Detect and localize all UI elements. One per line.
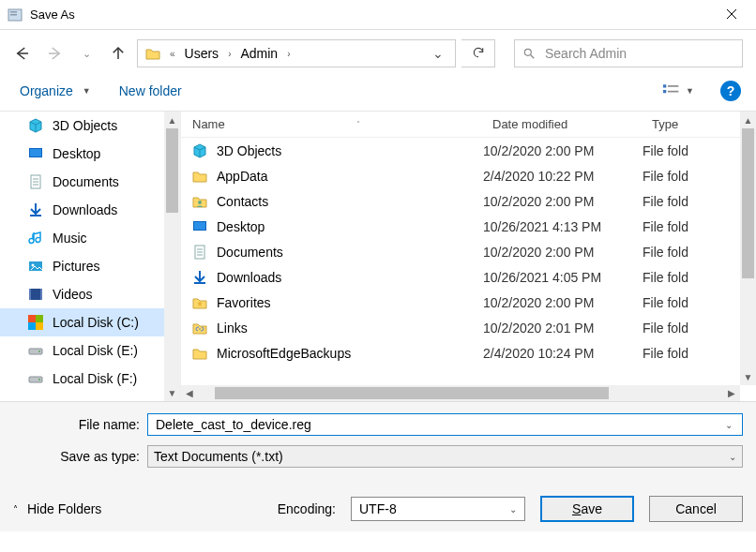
up-button[interactable]	[105, 40, 131, 67]
breadcrumb-segment-admin[interactable]: Admin	[234, 41, 283, 66]
scroll-left-icon[interactable]: ◀	[181, 385, 198, 402]
filelist-scrollbar-horizontal[interactable]: ◀ ▶	[181, 385, 740, 401]
svg-point-31	[38, 379, 40, 380]
window-title: Save As	[30, 7, 715, 22]
file-row[interactable]: AppData2/4/2020 10:22 PMFile fold	[181, 163, 756, 188]
tree-item[interactable]: Videos	[0, 280, 164, 308]
chevron-down-icon: ⌄	[83, 48, 91, 60]
doc-icon	[28, 174, 43, 189]
chevron-right-icon[interactable]: ›	[226, 49, 233, 59]
tree-item[interactable]: Desktop	[0, 140, 164, 168]
chevron-down-icon: ⌄	[509, 504, 517, 515]
save-button[interactable]: Save	[540, 496, 634, 522]
folder-icon	[192, 346, 207, 361]
main-area: 3D ObjectsDesktopDocumentsDownloadsMusic…	[0, 111, 756, 401]
file-type: File fold	[643, 346, 688, 361]
navigation-tree: 3D ObjectsDesktopDocumentsDownloadsMusic…	[0, 112, 180, 401]
file-row[interactable]: 3D Objects10/2/2020 2:00 PMFile fold	[181, 138, 756, 163]
filelist-scrollbar-vertical[interactable]: ▲ ▼	[740, 112, 756, 385]
organize-button[interactable]: Organize ▼	[17, 82, 94, 100]
tree-item[interactable]: Local Disk (C:)	[0, 308, 164, 336]
folder-icon	[145, 46, 160, 61]
svg-rect-1	[10, 11, 17, 13]
video-icon	[28, 287, 43, 302]
new-folder-button[interactable]: New folder	[116, 82, 185, 100]
tree-item-label: Local Disk (E:)	[53, 343, 138, 358]
svg-point-20	[32, 264, 35, 267]
hide-folders-button[interactable]: ˄ Hide Folders	[13, 501, 101, 516]
file-name: MicrosoftEdgeBackups	[217, 346, 351, 361]
cancel-button[interactable]: Cancel	[649, 496, 743, 522]
toolbar: Organize ▼ New folder ▼ ?	[0, 77, 756, 111]
close-button[interactable]	[715, 2, 748, 28]
links-icon	[192, 321, 207, 336]
save-as-type-combobox[interactable]: Text Documents (*.txt) ⌄	[147, 445, 743, 468]
svg-rect-2	[10, 14, 17, 16]
tree-item[interactable]: Local Disk (F:)	[0, 365, 164, 393]
back-button[interactable]	[9, 40, 36, 67]
chevron-down-icon: ⌄	[432, 46, 444, 61]
close-icon	[726, 7, 737, 23]
file-row[interactable]: MicrosoftEdgeBackups2/4/2020 10:24 PMFil…	[181, 340, 756, 366]
tree-scrollbar[interactable]: ▲ ▼	[164, 112, 180, 401]
filename-input[interactable]	[154, 415, 721, 434]
chevron-right-icon[interactable]: ›	[285, 49, 292, 59]
scroll-thumb[interactable]	[215, 387, 609, 399]
recent-locations-button[interactable]: ⌄	[73, 40, 99, 67]
view-options-button[interactable]: ▼	[659, 82, 698, 101]
column-header-name[interactable]: Name ˄	[192, 117, 492, 131]
column-header-date[interactable]: Date modified	[492, 117, 652, 131]
tree-item[interactable]: Documents	[0, 168, 164, 196]
breadcrumb[interactable]: « Users › Admin › ⌄	[137, 39, 456, 67]
search-input[interactable]	[514, 39, 743, 67]
sort-indicator-icon: ˄	[356, 120, 360, 128]
scroll-thumb[interactable]	[742, 128, 754, 278]
chevron-down-icon[interactable]: ⌄	[721, 420, 736, 430]
scroll-up-icon[interactable]: ▲	[740, 112, 757, 128]
desktop-icon	[192, 219, 207, 234]
tree-item[interactable]: Downloads	[0, 196, 164, 224]
hide-folders-label: Hide Folders	[27, 501, 101, 516]
scroll-down-icon[interactable]: ▼	[740, 368, 757, 385]
breadcrumb-root[interactable]	[140, 41, 166, 66]
file-name: AppData	[217, 169, 267, 184]
encoding-combobox[interactable]: UTF-8 ⌄	[351, 497, 525, 521]
breadcrumb-dropdown[interactable]: ⌄	[423, 46, 453, 61]
tree-item[interactable]: Pictures	[0, 252, 164, 280]
tree-item-label: Local Disk (F:)	[53, 371, 137, 386]
tree-item[interactable]: Music	[0, 224, 164, 252]
scroll-right-icon[interactable]: ▶	[723, 385, 740, 402]
help-button[interactable]: ?	[720, 81, 741, 101]
file-row[interactable]: Contacts10/2/2020 2:00 PMFile fold	[181, 188, 756, 214]
file-row[interactable]: Favorites10/2/2020 2:00 PMFile fold	[181, 290, 756, 315]
file-row[interactable]: Downloads10/26/2021 4:05 PMFile fold	[181, 264, 756, 290]
scroll-up-icon[interactable]: ▲	[164, 112, 180, 128]
refresh-button[interactable]	[461, 39, 495, 67]
svg-rect-13	[30, 149, 41, 157]
forward-button[interactable]	[41, 40, 68, 67]
encoding-value: UTF-8	[359, 501, 397, 516]
music-icon	[28, 231, 43, 246]
breadcrumb-segment-users[interactable]: Users	[179, 41, 225, 66]
file-date: 10/2/2020 2:00 PM	[483, 295, 643, 310]
save-form: File name: ⌄ Save as type: Text Document…	[0, 401, 756, 483]
tree-item[interactable]: 3D Objects	[0, 112, 164, 140]
file-date: 2/4/2020 10:22 PM	[483, 169, 643, 184]
file-name: Downloads	[217, 270, 281, 285]
file-date: 10/2/2020 2:01 PM	[483, 321, 643, 336]
search-field[interactable]	[543, 45, 734, 62]
scroll-thumb[interactable]	[166, 128, 178, 213]
scroll-down-icon[interactable]: ▼	[164, 384, 180, 401]
file-row[interactable]: Documents10/2/2020 2:00 PMFile fold	[181, 239, 756, 264]
file-date: 2/4/2020 10:24 PM	[483, 346, 643, 361]
column-headers: Name ˄ Date modified Type	[181, 112, 756, 138]
file-row[interactable]: Links10/2/2020 2:01 PMFile fold	[181, 315, 756, 340]
svg-point-32	[198, 201, 202, 204]
filename-combobox[interactable]: ⌄	[147, 413, 743, 436]
file-row[interactable]: Desktop10/26/2021 4:13 PMFile fold	[181, 214, 756, 239]
tree-item[interactable]: Local Disk (E:)	[0, 336, 164, 365]
file-type: File fold	[643, 194, 688, 209]
chevron-right-icon[interactable]: «	[168, 49, 177, 59]
column-header-type[interactable]: Type	[652, 117, 727, 131]
svg-rect-10	[663, 90, 666, 93]
